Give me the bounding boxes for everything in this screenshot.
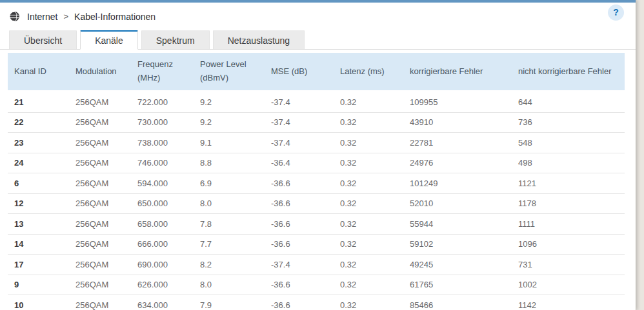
- cell: 256QAM: [69, 275, 131, 295]
- cell: 256QAM: [69, 173, 131, 193]
- cell: 55944: [403, 214, 512, 234]
- cell: -37.4: [265, 133, 334, 153]
- cell: 746.000: [131, 153, 194, 173]
- cell: 256QAM: [69, 235, 131, 255]
- table-row: 21256QAM722.0009.2-37.40.32109955644: [8, 92, 625, 113]
- column-header: Modulation: [69, 53, 131, 90]
- cell: -36.6: [265, 214, 334, 234]
- cell: 59102: [403, 235, 512, 255]
- cell: 256QAM: [69, 295, 131, 310]
- cell: -37.4: [265, 92, 334, 112]
- breadcrumb-separator: >: [63, 12, 68, 21]
- breadcrumb-kabel-informationen: Kabel-Informationen: [74, 12, 156, 22]
- cell: 7.7: [194, 235, 265, 255]
- cell: 0.32: [334, 113, 403, 133]
- table-row: 24256QAM746.0008.8-36.40.3224976498: [8, 153, 625, 174]
- breadcrumb: Internet > Kabel-Informationen: [27, 12, 156, 22]
- cell: 722.000: [131, 92, 194, 112]
- cell: 256QAM: [69, 194, 131, 214]
- table-row: 6256QAM594.0006.9-36.60.321012491121: [8, 173, 625, 194]
- cell: -36.6: [265, 235, 334, 255]
- router-admin-window: Internet > Kabel-Informationen ? Übersic…: [0, 0, 636, 310]
- cell: 731: [512, 255, 625, 275]
- cell: 24976: [403, 153, 512, 173]
- breadcrumb-internet[interactable]: Internet: [27, 12, 57, 22]
- cell: 256QAM: [69, 214, 131, 234]
- cell: 22: [8, 113, 69, 133]
- cell: 666.000: [131, 235, 194, 255]
- cell: 256QAM: [69, 113, 131, 133]
- table-row: 17256QAM690.0008.2-37.40.3249245731: [8, 255, 625, 275]
- globe-icon: [9, 11, 20, 22]
- column-header: Latenz (ms): [334, 53, 403, 90]
- cell: 9.2: [194, 113, 265, 133]
- cell: 658.000: [131, 214, 194, 234]
- cell: 256QAM: [69, 133, 131, 153]
- cell: -36.6: [265, 275, 334, 295]
- cell: -36.6: [265, 173, 334, 193]
- cell: 0.32: [334, 173, 403, 193]
- cell: 690.000: [131, 255, 194, 275]
- channels-table: Kanal IDModulationFrequenz (MHz)Power Le…: [8, 53, 625, 310]
- cell: 8.0: [194, 194, 265, 214]
- tab-netzauslastung[interactable]: Netzauslastung: [213, 30, 305, 49]
- help-button[interactable]: ?: [608, 5, 624, 21]
- cell: 0.32: [334, 194, 403, 214]
- table-header-row: Kanal IDModulationFrequenz (MHz)Power Le…: [8, 53, 625, 90]
- cell: 6: [8, 173, 69, 193]
- table-row: 12256QAM650.0008.0-36.60.32520101178: [8, 194, 625, 215]
- tab-uebersicht[interactable]: Übersicht: [9, 30, 77, 49]
- cell: 13: [8, 214, 69, 234]
- cell: 109955: [403, 92, 512, 112]
- tab-spektrum[interactable]: Spektrum: [141, 30, 210, 49]
- cell: 256QAM: [69, 255, 131, 275]
- cell: 1142: [512, 295, 625, 310]
- cell: 1111: [512, 214, 625, 234]
- cell: 626.000: [131, 275, 194, 295]
- cell: 8.2: [194, 255, 265, 275]
- cell: 6.9: [194, 173, 265, 193]
- cell: 736: [512, 113, 625, 133]
- cell: 0.32: [334, 92, 403, 112]
- cell: -36.6: [265, 295, 334, 310]
- cell: 548: [512, 133, 625, 153]
- cell: 14: [8, 235, 69, 255]
- cell: -37.4: [265, 113, 334, 133]
- cell: 8.8: [194, 153, 265, 173]
- cell: -36.6: [265, 194, 334, 214]
- page-header: Internet > Kabel-Informationen ?: [0, 3, 636, 30]
- cell: 594.000: [131, 173, 194, 193]
- cell: 23: [8, 133, 69, 153]
- cell: 738.000: [131, 133, 194, 153]
- cell: 9.1: [194, 133, 265, 153]
- table-row: 22256QAM730.0009.2-37.40.3243910736: [8, 113, 625, 133]
- cell: 7.9: [194, 295, 265, 310]
- cell: 12: [8, 194, 69, 214]
- cell: 7.8: [194, 214, 265, 234]
- cell: -37.4: [265, 255, 334, 275]
- cell: 650.000: [131, 194, 194, 214]
- column-header: Kanal ID: [8, 53, 69, 90]
- cell: 10: [8, 295, 69, 310]
- cell: 730.000: [131, 113, 194, 133]
- table-row: 23256QAM738.0009.1-37.40.3222781548: [8, 133, 625, 153]
- table-body: 21256QAM722.0009.2-37.40.321099556442225…: [8, 90, 625, 310]
- cell: 0.32: [334, 214, 403, 234]
- tab-kanaele[interactable]: Kanäle: [80, 30, 138, 50]
- table-row: 13256QAM658.0007.8-36.60.32559441111: [8, 214, 625, 235]
- cell: 0.32: [334, 235, 403, 255]
- cell: 256QAM: [69, 153, 131, 173]
- cell: 0.32: [334, 153, 403, 173]
- cell: 1178: [512, 194, 625, 214]
- column-header: nicht korrigierbare Fehler: [512, 53, 625, 90]
- column-header: Frequenz (MHz): [131, 53, 194, 90]
- cell: 9: [8, 275, 69, 295]
- table-row: 14256QAM666.0007.7-36.60.32591021096: [8, 235, 625, 255]
- cell: 8.0: [194, 275, 265, 295]
- cell: 0.32: [334, 255, 403, 275]
- cell: 0.32: [334, 275, 403, 295]
- cell: 1002: [512, 275, 625, 295]
- cell: 22781: [403, 133, 512, 153]
- cell: 21: [8, 92, 69, 112]
- cell: 256QAM: [69, 92, 131, 112]
